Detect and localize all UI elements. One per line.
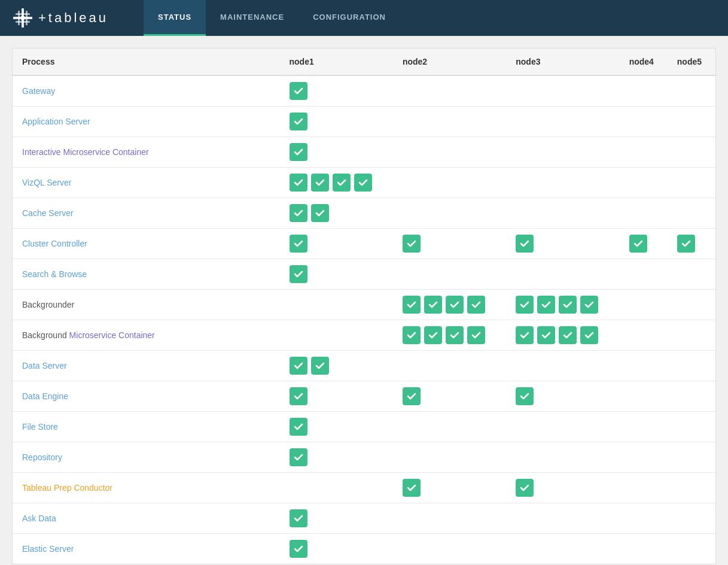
- check-badge: [537, 296, 555, 314]
- check-badge: [290, 357, 307, 375]
- cell-node1: [280, 229, 393, 259]
- check-badge: [290, 448, 307, 466]
- brand: +tableau: [0, 0, 144, 36]
- cell-node4: [620, 320, 668, 351]
- cell-node3: [506, 290, 619, 320]
- cell-node1: [280, 473, 393, 503]
- cell-node5: [668, 534, 715, 564]
- cell-node1: [280, 442, 393, 473]
- cell-node1: [280, 351, 393, 381]
- check-badge: [537, 326, 555, 344]
- cell-node4: [620, 75, 668, 107]
- cell-node1: [280, 259, 393, 290]
- cell-node1: [280, 320, 393, 351]
- nav-configuration[interactable]: CONFIGURATION: [298, 0, 400, 36]
- cell-node3: [506, 198, 619, 229]
- check-badge: [290, 387, 307, 405]
- cell-node1: [280, 137, 393, 168]
- cell-node5: [668, 168, 715, 198]
- cell-node3: [506, 229, 619, 259]
- check-badge: [629, 235, 647, 253]
- table-row: Background Microservice Container: [13, 320, 715, 351]
- process-name: Ask Data: [13, 503, 280, 534]
- table-header-row: Process node1 node2 node3 node4 node5: [13, 48, 715, 75]
- table-row: Ask Data: [13, 503, 715, 534]
- table-row: Application Server: [13, 107, 715, 137]
- nav-status[interactable]: STATUS: [144, 0, 206, 36]
- table-row: Search & Browse: [13, 259, 715, 290]
- check-badge: [403, 479, 421, 497]
- process-name: File Store: [13, 412, 280, 442]
- check-badge: [354, 174, 372, 192]
- cell-node3: [506, 442, 619, 473]
- cell-node4: [620, 198, 668, 229]
- cell-node1: [280, 290, 393, 320]
- nav-maintenance[interactable]: MAINTENANCE: [206, 0, 298, 36]
- cell-node1: [280, 412, 393, 442]
- col-process: Process: [13, 48, 280, 75]
- cell-node4: [620, 259, 668, 290]
- logo-text: +tableau: [38, 10, 108, 26]
- check-badge: [290, 265, 307, 283]
- process-name: Data Engine: [13, 381, 280, 412]
- cell-node4: [620, 107, 668, 137]
- cell-node1: [280, 168, 393, 198]
- process-name: Interactive Microservice Container: [13, 137, 280, 168]
- cell-node5: [668, 351, 715, 381]
- process-name: Elastic Server: [13, 534, 280, 564]
- cell-node4: [620, 137, 668, 168]
- cell-node5: [668, 198, 715, 229]
- table-row: Elastic Server: [13, 534, 715, 564]
- check-badge: [290, 418, 307, 436]
- check-badge: [311, 174, 329, 192]
- check-badge: [403, 326, 421, 344]
- cell-node4: [620, 381, 668, 412]
- check-badge: [580, 326, 598, 344]
- table-row: Backgrounder: [13, 290, 715, 320]
- cell-node5: [668, 473, 715, 503]
- cell-node2: [393, 137, 506, 168]
- cell-node3: [506, 137, 619, 168]
- cell-node3: [506, 107, 619, 137]
- cell-node4: [620, 351, 668, 381]
- cell-node5: [668, 137, 715, 168]
- cell-node2: [393, 473, 506, 503]
- check-badge: [677, 235, 695, 253]
- process-name: Gateway: [13, 75, 280, 107]
- check-badge: [290, 540, 307, 558]
- cell-node3: [506, 168, 619, 198]
- table-row: Tableau Prep Conductor: [13, 473, 715, 503]
- cell-node5: [668, 107, 715, 137]
- process-name: VizQL Server: [13, 168, 280, 198]
- cell-node2: [393, 75, 506, 107]
- cell-node4: [620, 534, 668, 564]
- table-row: Repository: [13, 442, 715, 473]
- table-row: File Store: [13, 412, 715, 442]
- status-table: Process node1 node2 node3 node4 node5 Ga…: [13, 48, 715, 564]
- navbar: +tableau STATUS MAINTENANCE CONFIGURATIO…: [0, 0, 728, 36]
- process-name: Search & Browse: [13, 259, 280, 290]
- check-badge: [290, 82, 307, 100]
- cell-node2: [393, 442, 506, 473]
- check-badge: [311, 204, 329, 222]
- cell-node5: [668, 381, 715, 412]
- check-badge: [290, 235, 307, 253]
- cell-node2: [393, 259, 506, 290]
- cell-node2: [393, 503, 506, 534]
- table-row: Data Server: [13, 351, 715, 381]
- cell-node5: [668, 503, 715, 534]
- cell-node1: [280, 503, 393, 534]
- check-badge: [580, 296, 598, 314]
- check-badge: [467, 326, 485, 344]
- status-table-container: Process node1 node2 node3 node4 node5 Ga…: [12, 48, 716, 564]
- check-badge: [403, 387, 421, 405]
- cell-node2: [393, 320, 506, 351]
- process-name: Repository: [13, 442, 280, 473]
- process-name: Cache Server: [13, 198, 280, 229]
- cell-node2: [393, 168, 506, 198]
- cell-node1: [280, 107, 393, 137]
- check-badge: [516, 326, 534, 344]
- tableau-logo: +tableau: [12, 7, 108, 29]
- col-node3: node3: [506, 48, 619, 75]
- cell-node5: [668, 259, 715, 290]
